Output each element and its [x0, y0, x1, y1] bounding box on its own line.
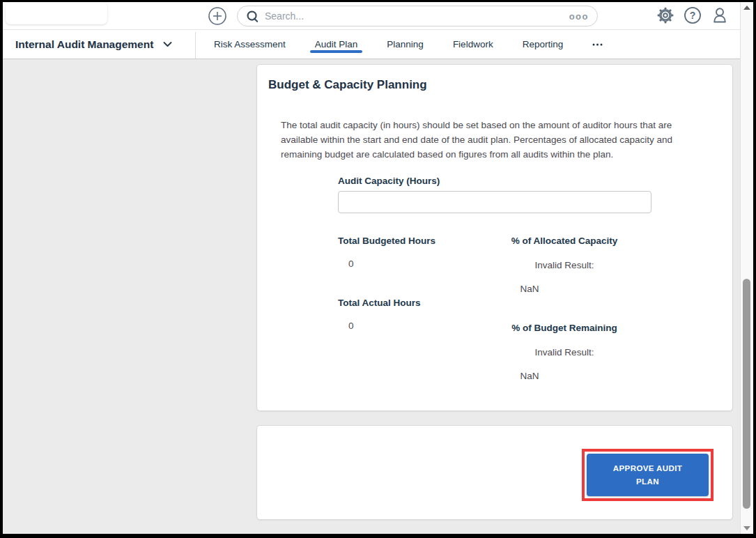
approve-plan-card: APPROVE AUDIT PLAN [256, 425, 733, 520]
tab-reporting[interactable]: Reporting [523, 30, 564, 59]
user-icon[interactable] [711, 6, 729, 24]
audit-capacity-label: Audit Capacity (Hours) [338, 176, 651, 186]
ellipsis-icon [592, 43, 603, 46]
more-tabs-button[interactable] [592, 30, 603, 59]
search-icon [246, 10, 259, 23]
page-content: Budget & Capacity Planning The total aud… [3, 64, 753, 520]
audit-capacity-input[interactable] [338, 191, 651, 213]
percent-stats-column: % of Allocated Capacity Invalid Result: … [495, 213, 651, 383]
top-right-icons: ? [656, 6, 729, 24]
main-nav-bar: Internal Audit Management Risk Assessmen… [3, 30, 753, 59]
search-options-icon[interactable]: ooo [569, 12, 589, 21]
hours-stats-column: Total Budgeted Hours 0 Total Actual Hour… [338, 213, 495, 383]
total-budgeted-hours-label: Total Budgeted Hours [338, 235, 495, 247]
create-new-button[interactable] [208, 6, 227, 26]
nav-divider [195, 32, 196, 59]
gear-icon[interactable] [656, 6, 674, 24]
plus-circle-icon [208, 6, 227, 26]
tab-fieldwork[interactable]: Fieldwork [453, 30, 493, 59]
search-bar: ooo [237, 6, 598, 26]
tab-audit-plan[interactable]: Audit Plan [315, 30, 358, 59]
allocated-capacity-value: NaN [460, 283, 599, 295]
page-title: Budget & Capacity Planning [268, 77, 721, 93]
app-title: Internal Audit Management [15, 38, 153, 51]
budget-remaining-label: % of Budget Remaining [495, 322, 634, 335]
allocated-capacity-status: Invalid Result: [495, 259, 634, 272]
scroll-down-arrow[interactable] [743, 526, 750, 530]
nav-tabs: Risk Assessment Audit Plan Planning Fiel… [214, 30, 603, 59]
app-switcher-dropdown[interactable]: Internal Audit Management [3, 38, 172, 51]
allocated-capacity-label: % of Allocated Capacity [495, 235, 634, 247]
scroll-up-arrow[interactable] [743, 6, 750, 10]
top-search-bar: ooo [3, 2, 753, 30]
tab-planning[interactable]: Planning [387, 30, 424, 59]
total-actual-hours-label: Total Actual Hours [338, 297, 495, 309]
scrollbar-thumb[interactable] [743, 279, 750, 509]
description-text: The total audit capacity (in hours) shou… [281, 118, 693, 162]
budget-remaining-value: NaN [460, 370, 599, 383]
app-window: ooo [3, 2, 753, 534]
total-actual-hours-value: 0 [338, 320, 495, 332]
help-icon[interactable]: ? [684, 6, 702, 24]
chevron-down-icon [163, 41, 172, 47]
svg-text:?: ? [690, 10, 696, 21]
budget-capacity-card: Budget & Capacity Planning The total aud… [256, 64, 733, 411]
vertical-scrollbar [740, 2, 753, 534]
total-budgeted-hours-value: 0 [338, 258, 495, 270]
search-input[interactable] [265, 10, 564, 22]
budget-remaining-status: Invalid Result: [495, 346, 634, 359]
red-annotation-highlight: APPROVE AUDIT PLAN [582, 449, 713, 501]
approve-audit-plan-button[interactable]: APPROVE AUDIT PLAN [587, 454, 709, 496]
tab-risk-assessment[interactable]: Risk Assessment [214, 30, 286, 59]
logo-placeholder [6, 2, 107, 24]
